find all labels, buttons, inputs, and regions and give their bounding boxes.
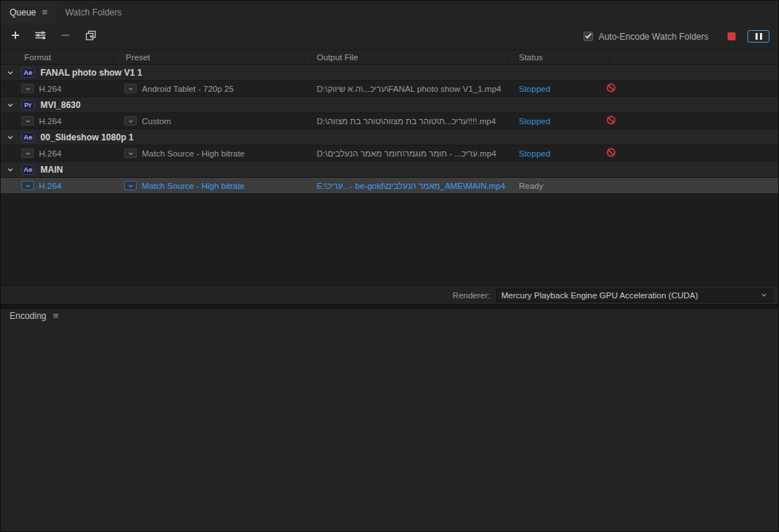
group-name: MAIN xyxy=(40,165,63,175)
sliders-icon xyxy=(35,30,46,43)
encoding-panel-menu-icon[interactable]: ≡ xyxy=(53,311,59,320)
toolbar-right-group: Auto-Encode Watch Folders xyxy=(584,30,771,43)
queue-item-row[interactable]: H.264 Custom D:\עריכ...ת\טוהר בת מצווה\ט… xyxy=(1,113,778,129)
tab-queue[interactable]: Queue ≡ xyxy=(1,1,57,24)
tab-encoding-label[interactable]: Encoding xyxy=(10,311,46,321)
tab-watch-folders[interactable]: Watch Folders xyxy=(57,1,131,24)
preset-dropdown[interactable] xyxy=(124,148,137,158)
panel-divider[interactable] xyxy=(1,304,778,309)
renderer-select[interactable]: Mercury Playback Engine GPU Acceleration… xyxy=(496,289,772,302)
collapse-chevron-icon[interactable] xyxy=(5,166,15,173)
output-file-path[interactable]: E:\עריכ...- be-gold\מאמר הנעלבים_AME\MAI… xyxy=(317,181,506,190)
renderer-label: Renderer: xyxy=(453,291,490,300)
format-label: H.264 xyxy=(39,117,62,126)
status-label: Ready xyxy=(519,181,543,190)
tab-queue-label: Queue xyxy=(10,7,36,18)
renderer-value: Mercury Playback Engine GPU Acceleration… xyxy=(501,291,698,300)
plus-icon xyxy=(10,30,21,43)
output-file-path[interactable]: D:\עריכ... - חומר מוגמר\חומר מאמר הנעלבי… xyxy=(317,149,496,158)
column-header-status[interactable]: Status xyxy=(512,50,615,64)
error-stop-icon[interactable] xyxy=(606,148,616,159)
queue-group-row[interactable]: Ae 00_Slideshow 1080p 1 xyxy=(1,129,778,145)
format-label: H.264 xyxy=(39,149,62,158)
minus-icon xyxy=(61,31,70,42)
preset-label: Android Tablet - 720p 25 xyxy=(142,85,234,93)
queue-column-headers: Format Preset Output File Status xyxy=(1,49,778,65)
error-stop-icon[interactable] xyxy=(606,83,616,95)
preset-dropdown[interactable] xyxy=(124,84,137,93)
error-stop-icon[interactable] xyxy=(606,115,616,127)
panel-menu-icon[interactable]: ≡ xyxy=(42,7,48,17)
after-effects-badge-icon: Ae xyxy=(21,132,35,143)
preset-dropdown[interactable] xyxy=(124,116,137,126)
collapse-chevron-icon[interactable] xyxy=(5,134,15,141)
format-label: H.264 xyxy=(39,181,62,190)
renderer-bar: Renderer: Mercury Playback Engine GPU Ac… xyxy=(1,285,778,304)
queue-group-row[interactable]: Ae FANAL photo show V1 1 xyxy=(1,65,778,81)
format-label: H.264 xyxy=(39,85,62,93)
panel-tabstrip: Queue ≡ Watch Folders xyxy=(1,1,778,24)
preset-dropdown[interactable] xyxy=(124,181,137,190)
format-dropdown[interactable] xyxy=(21,148,34,158)
stop-queue-button[interactable] xyxy=(728,32,736,40)
collapse-chevron-icon[interactable] xyxy=(5,101,15,109)
auto-encode-checkbox[interactable] xyxy=(584,32,593,41)
format-dropdown[interactable] xyxy=(21,181,34,190)
format-dropdown[interactable] xyxy=(21,116,34,126)
queue-item-row[interactable]: H.264 Match Source - High bitrate E:\ערי… xyxy=(1,178,778,194)
queue-toolbar: Auto-Encode Watch Folders xyxy=(1,24,778,49)
preset-label: Custom xyxy=(142,117,171,126)
column-header-preset[interactable]: Preset xyxy=(118,50,309,64)
add-source-button[interactable] xyxy=(8,29,23,44)
add-output-button[interactable] xyxy=(33,29,48,44)
queue-group-row[interactable]: Ae MAIN xyxy=(1,162,778,178)
after-effects-badge-icon: Ae xyxy=(21,68,35,78)
column-header-spacer xyxy=(615,50,778,64)
auto-encode-label: Auto-Encode Watch Folders xyxy=(598,32,708,42)
duplicate-button[interactable] xyxy=(83,29,98,44)
remove-button[interactable] xyxy=(58,29,73,44)
queue-item-row[interactable]: H.264 Android Tablet - 720p 25 D:\עריכ..… xyxy=(1,81,778,97)
output-file-path[interactable]: D:\עריכ...\ה.א שיווק\FANAL photo show V1… xyxy=(317,85,501,93)
pause-icon xyxy=(755,33,758,40)
check-icon xyxy=(584,32,592,42)
status-label: Stopped xyxy=(519,85,550,93)
encoding-panel-tabstrip: Encoding ≡ xyxy=(1,309,778,531)
tab-watch-folders-label: Watch Folders xyxy=(65,7,122,18)
queue-item-row[interactable]: H.264 Match Source - High bitrate D:\ערי… xyxy=(1,145,778,162)
pause-queue-button[interactable] xyxy=(747,30,769,43)
preset-label: Match Source - High bitrate xyxy=(142,149,245,158)
group-name: FANAL photo show V1 1 xyxy=(40,68,142,78)
duplicate-icon xyxy=(85,30,96,43)
format-dropdown[interactable] xyxy=(21,84,34,93)
preset-label: Match Source - High bitrate xyxy=(142,181,245,190)
chevron-down-icon xyxy=(761,291,767,300)
output-file-path[interactable]: D:\עריכ...ת\טוהר בת מצווה\טוהר בת מצווה!… xyxy=(317,117,496,126)
premiere-pro-badge-icon: Pr xyxy=(21,100,35,110)
media-encoder-window: Queue ≡ Watch Folders xyxy=(0,0,779,532)
status-label: Stopped xyxy=(519,117,550,126)
status-label: Stopped xyxy=(519,149,550,158)
queue-rows: Ae FANAL photo show V1 1 H.264 Android T… xyxy=(1,65,778,285)
column-header-output-file[interactable]: Output File xyxy=(309,50,512,64)
collapse-chevron-icon[interactable] xyxy=(5,69,15,76)
group-name: MVI_8630 xyxy=(40,100,81,110)
queue-group-row[interactable]: Pr MVI_8630 xyxy=(1,97,778,113)
column-header-format[interactable]: Format xyxy=(1,50,118,64)
after-effects-badge-icon: Ae xyxy=(21,165,35,175)
group-name: 00_Slideshow 1080p 1 xyxy=(40,132,134,143)
